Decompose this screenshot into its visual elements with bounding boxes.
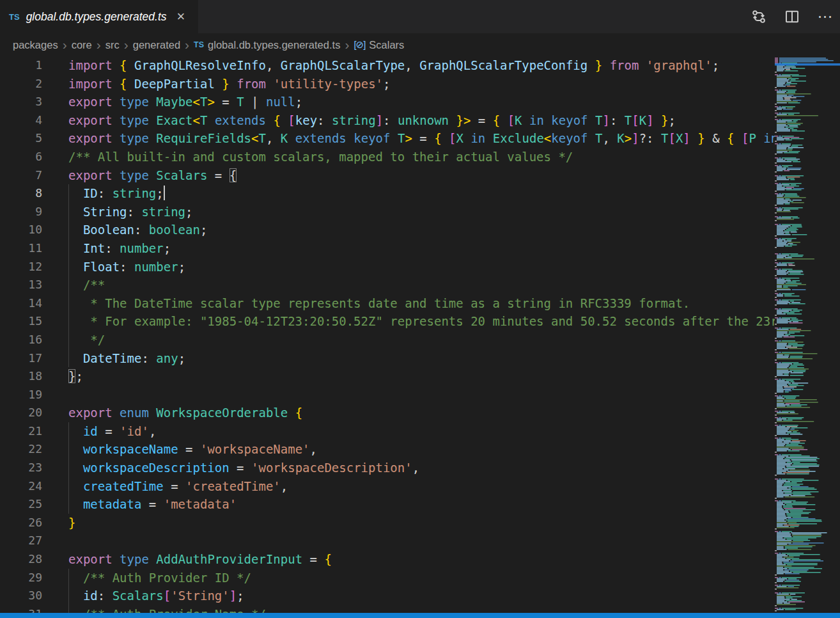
line-number[interactable]: 29 <box>0 569 42 587</box>
code-line[interactable]: 4export type Exact<T extends { [key: str… <box>0 111 775 130</box>
line-number[interactable]: 21 <box>0 422 42 441</box>
editor-actions: ⋯ <box>749 0 835 33</box>
line-number[interactable]: 25 <box>0 495 42 514</box>
chevron-right-icon: › <box>185 38 189 51</box>
line-number[interactable]: 16 <box>0 331 42 349</box>
code-line[interactable]: 12 Float: number; <box>0 258 775 276</box>
code-line[interactable]: 21 id = 'id', <box>0 422 775 441</box>
line-number[interactable]: 6 <box>0 148 42 166</box>
code-line[interactable]: 19 <box>0 386 775 404</box>
code-line[interactable]: 13 /** <box>0 276 775 294</box>
line-number[interactable]: 5 <box>0 129 42 148</box>
line-number[interactable]: 14 <box>0 294 42 313</box>
line-number[interactable]: 10 <box>0 221 42 239</box>
tab-title: global.db.types.generated.ts <box>26 10 167 24</box>
breadcrumb-item-packages[interactable]: packages <box>13 39 58 51</box>
code-line[interactable]: 3export type Maybe<T> = T | null; <box>0 93 775 111</box>
line-number[interactable]: 12 <box>0 258 42 276</box>
code-area[interactable]: 1import { GraphQLResolveInfo, GraphQLSca… <box>0 56 775 613</box>
editor[interactable]: 1import { GraphQLResolveInfo, GraphQLSca… <box>0 56 840 613</box>
more-actions-icon[interactable]: ⋯ <box>816 7 835 26</box>
code-line[interactable]: 7export type Scalars = { <box>0 166 775 185</box>
code-line[interactable]: 11 Int: number; <box>0 239 775 258</box>
code-line[interactable]: 30 id: Scalars['String']; <box>0 587 775 605</box>
code-line[interactable]: 29 /** Auth Provider ID */ <box>0 569 775 587</box>
line-number[interactable]: 26 <box>0 514 42 532</box>
typescript-file-icon: TS <box>9 12 20 22</box>
code-line[interactable]: 20export enum WorkspaceOrderable { <box>0 404 775 422</box>
code-line[interactable]: 14 * The DateTime scalar type represents… <box>0 294 775 313</box>
code-line[interactable]: 6/** All built-in and custom scalars, ma… <box>0 148 775 166</box>
line-number[interactable]: 8 <box>0 184 42 203</box>
code-line[interactable]: 1import { GraphQLResolveInfo, GraphQLSca… <box>0 56 775 75</box>
breadcrumb-item-filename[interactable]: global.db.types.generated.ts <box>208 39 340 51</box>
code-line[interactable]: 23 workspaceDescription = 'workspaceDesc… <box>0 459 775 477</box>
line-number[interactable]: 30 <box>0 587 42 605</box>
breadcrumb: packages › core › src › generated › TS g… <box>0 33 840 56</box>
tab-global-db-types-generated[interactable]: TS global.db.types.generated.ts × <box>0 0 198 33</box>
close-tab-icon[interactable]: × <box>177 10 185 24</box>
line-number[interactable]: 15 <box>0 312 42 331</box>
code-line[interactable]: 22 workspaceName = 'workspaceName', <box>0 440 775 459</box>
line-number[interactable]: 23 <box>0 459 42 477</box>
code-line[interactable]: 24 createdTime = 'createdTime', <box>0 477 775 496</box>
open-changes-icon[interactable] <box>749 7 768 26</box>
indent-guide <box>68 569 69 613</box>
chevron-right-icon: › <box>124 38 128 51</box>
breadcrumb-item-scalars[interactable]: Scalars <box>369 39 404 51</box>
line-number[interactable]: 4 <box>0 111 42 130</box>
line-number[interactable]: 7 <box>0 166 42 185</box>
line-number[interactable]: 11 <box>0 239 42 258</box>
symbol-type-icon: [⊘] <box>354 39 365 51</box>
line-number[interactable]: 18 <box>0 367 42 386</box>
line-number[interactable]: 31 <box>0 605 42 613</box>
code-line[interactable]: 10 Boolean: boolean; <box>0 221 775 239</box>
line-number[interactable]: 17 <box>0 349 42 368</box>
line-number[interactable]: 19 <box>0 386 42 404</box>
line-number[interactable]: 22 <box>0 440 42 459</box>
breadcrumb-item-src[interactable]: src <box>105 39 120 51</box>
split-editor-icon[interactable] <box>782 7 802 26</box>
status-bar <box>0 613 840 618</box>
breadcrumb-item-generated[interactable]: generated <box>133 39 180 51</box>
code-line[interactable]: 8 ID: string; <box>0 184 775 203</box>
line-number[interactable]: 20 <box>0 404 42 422</box>
code-line[interactable]: 25 metadata = 'metadata' <box>0 495 775 514</box>
chevron-right-icon: › <box>345 38 349 51</box>
code-line[interactable]: 31 /** Auth Provider Name */ <box>0 605 775 613</box>
indent-guide <box>68 184 69 367</box>
code-line[interactable]: 15 * For example: "1985-04-12T23:20:50.5… <box>0 312 775 331</box>
code-line[interactable]: 5export type RequireFields<T, K extends … <box>0 129 775 148</box>
vscode-window: TS global.db.types.generated.ts × <box>0 0 840 618</box>
text-cursor <box>164 186 165 200</box>
chevron-right-icon: › <box>97 38 101 51</box>
typescript-file-icon: TS <box>194 40 204 49</box>
code-line[interactable]: 9 String: string; <box>0 203 775 221</box>
chevron-right-icon: › <box>63 38 67 51</box>
line-number[interactable]: 1 <box>0 56 42 75</box>
line-number[interactable]: 28 <box>0 550 42 569</box>
tab-bar: TS global.db.types.generated.ts × <box>0 0 840 33</box>
line-number[interactable]: 2 <box>0 75 42 93</box>
line-number[interactable]: 27 <box>0 532 42 550</box>
line-number[interactable]: 3 <box>0 93 42 111</box>
minimap[interactable] <box>775 56 840 613</box>
code-line[interactable]: 27 <box>0 532 775 550</box>
code-line[interactable]: 16 */ <box>0 331 775 349</box>
line-number[interactable]: 13 <box>0 276 42 294</box>
code-line[interactable]: 17 DateTime: any; <box>0 349 775 368</box>
line-number[interactable]: 9 <box>0 203 42 221</box>
code-line[interactable]: 18}; <box>0 367 775 386</box>
indent-guide <box>68 422 69 514</box>
code-line[interactable]: 2import { DeepPartial } from 'utility-ty… <box>0 75 775 93</box>
code-line[interactable]: 26} <box>0 514 775 532</box>
line-number[interactable]: 24 <box>0 477 42 496</box>
breadcrumb-item-core[interactable]: core <box>72 39 92 51</box>
code-line[interactable]: 28export type AddAuthProviderInput = { <box>0 550 775 569</box>
